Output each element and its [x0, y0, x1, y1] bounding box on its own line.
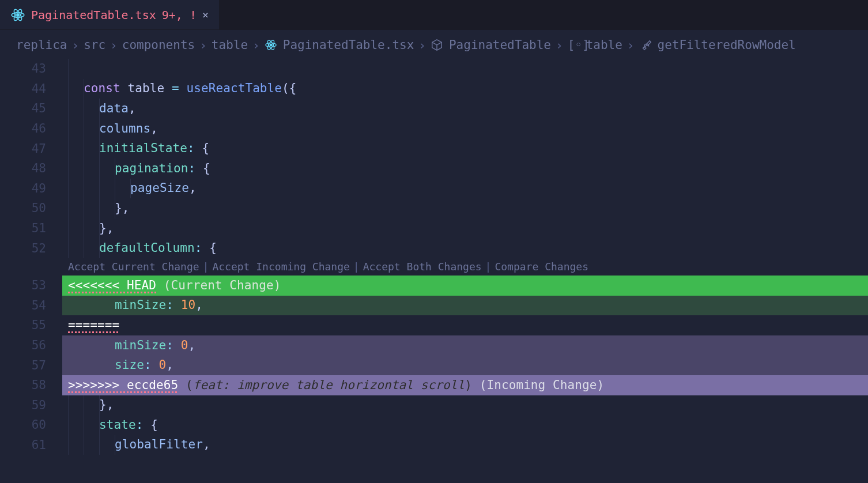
- code-line: 46 columns,: [0, 119, 868, 139]
- line-number: 54: [0, 299, 62, 312]
- code-line: 59 },: [0, 395, 868, 416]
- code-line: 52 defaultColumn: {: [0, 238, 868, 258]
- conflict-incoming-line: 56 minSize: 0,: [0, 335, 868, 356]
- wrench-icon: [639, 39, 652, 51]
- accept-current-change[interactable]: Accept Current Change: [68, 261, 199, 273]
- tab-filename: PaginatedTable.tsx: [31, 8, 156, 22]
- line-number: 43: [0, 62, 62, 76]
- code-editor[interactable]: 43 44 const table = useReactTable({ 45 d…: [0, 59, 868, 455]
- line-number: 61: [0, 438, 62, 452]
- conflict-incoming-footer: 58 >>>>>>> eccde65 (feat: improve table …: [0, 375, 868, 395]
- chevron-right-icon: ›: [627, 39, 635, 52]
- conflict-current-header: 53 <<<<<<< HEAD (Current Change): [0, 276, 868, 296]
- close-icon[interactable]: ×: [202, 9, 209, 21]
- code-line: 44 const table = useReactTable({: [0, 79, 868, 99]
- svg-point-0: [17, 13, 19, 16]
- conflict-incoming-line: 57 size: 0,: [0, 355, 868, 375]
- chevron-right-icon: ›: [418, 39, 426, 52]
- line-number: 51: [0, 221, 62, 235]
- line-number: 56: [0, 338, 62, 352]
- code-line: 43: [0, 59, 868, 79]
- svg-point-4: [270, 44, 272, 46]
- breadcrumb-item[interactable]: PaginatedTable: [449, 38, 551, 52]
- code-line: 48 pagination: {: [0, 159, 868, 179]
- package-icon: [431, 39, 443, 51]
- react-icon: [10, 7, 25, 22]
- code-line: 49 pageSize,: [0, 179, 868, 199]
- line-number: 53: [0, 278, 62, 292]
- code-line: 51 },: [0, 218, 868, 239]
- react-icon: [265, 39, 277, 51]
- code-line: 50 },: [0, 198, 868, 218]
- compare-changes[interactable]: Compare Changes: [495, 261, 588, 273]
- code-line: 45 data,: [0, 99, 868, 119]
- line-number: 59: [0, 398, 62, 412]
- bracket-icon: [◦]: [568, 39, 580, 51]
- chevron-right-icon: ›: [556, 39, 563, 52]
- line-number: 50: [0, 201, 62, 215]
- breadcrumb-item[interactable]: table: [212, 38, 248, 52]
- breadcrumb-item[interactable]: PaginatedTable.tsx: [283, 38, 414, 52]
- chevron-right-icon: ›: [199, 39, 207, 52]
- breadcrumb-item[interactable]: src: [84, 38, 105, 52]
- accept-incoming-change[interactable]: Accept Incoming Change: [212, 261, 349, 273]
- line-number: 45: [0, 101, 62, 115]
- line-number: 60: [0, 418, 62, 432]
- line-number: 57: [0, 359, 62, 372]
- chevron-right-icon: ›: [72, 39, 80, 52]
- chevron-right-icon: ›: [252, 39, 260, 52]
- breadcrumb: replica › src › components › table › Pag…: [0, 30, 868, 59]
- editor-tab[interactable]: PaginatedTable.tsx 9+, ! ×: [0, 0, 220, 29]
- tab-modified-badge: 9+, !: [162, 8, 197, 22]
- conflict-separator: 55 =======: [0, 315, 868, 335]
- code-line: 61 globalFilter,: [0, 435, 868, 455]
- chevron-right-icon: ›: [110, 39, 118, 52]
- code-line: 47 initialState: {: [0, 138, 868, 159]
- merge-codelens: Accept Current Change | Accept Incoming …: [0, 258, 868, 276]
- line-number: 52: [0, 242, 62, 255]
- conflict-current-line: 54 minSize: 10,: [0, 296, 868, 316]
- line-number: 49: [0, 182, 62, 195]
- code-line: 60 state: {: [0, 415, 868, 435]
- breadcrumb-item[interactable]: table: [586, 38, 622, 52]
- line-number: 47: [0, 142, 62, 156]
- breadcrumb-item[interactable]: components: [122, 38, 195, 52]
- line-number: 55: [0, 318, 62, 332]
- accept-both-changes[interactable]: Accept Both Changes: [363, 261, 482, 273]
- line-number: 44: [0, 82, 62, 96]
- breadcrumb-item[interactable]: replica: [16, 38, 67, 52]
- line-number: 48: [0, 161, 62, 175]
- editor-tab-bar: PaginatedTable.tsx 9+, ! ×: [0, 0, 868, 30]
- breadcrumb-item[interactable]: getFilteredRowModel: [658, 38, 796, 52]
- line-number: 58: [0, 378, 62, 392]
- line-number: 46: [0, 122, 62, 135]
